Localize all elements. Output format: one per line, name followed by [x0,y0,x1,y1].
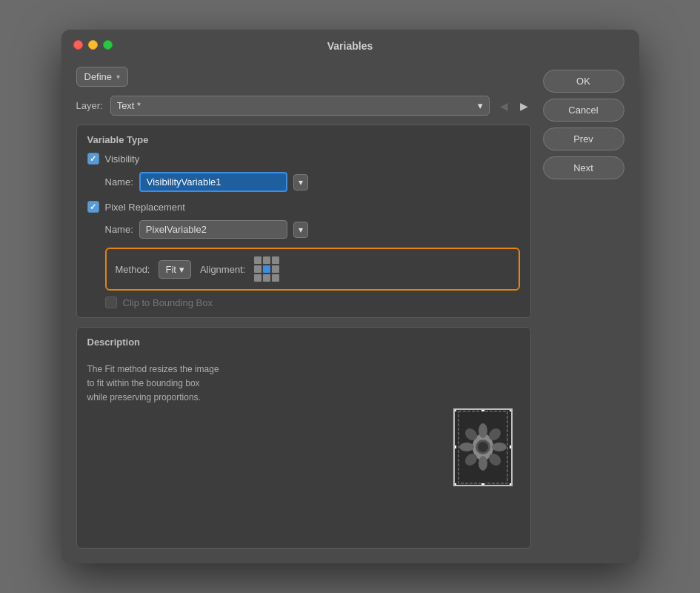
prev-button[interactable]: Prev [543,127,624,150]
visibility-name-input[interactable] [139,172,287,192]
pixel-name-dropdown[interactable]: ▾ [293,222,308,238]
handle-br [509,483,513,486]
visibility-name-row: Name: ▾ [105,172,520,192]
visibility-name-label: Name: [105,176,133,188]
handle-lm [453,445,457,449]
variables-dialog: Variables Define ▾ Layer: Text * ▾ ◀ [61,30,639,563]
ok-button[interactable]: OK [543,70,624,93]
define-dropdown[interactable]: Define ▾ [76,67,129,87]
handle-tl [453,408,457,412]
close-button[interactable] [73,40,83,50]
define-label: Define [84,71,113,82]
svg-point-4 [459,443,474,451]
handle-tr [509,408,513,412]
pixel-replacement-name-row: Name: ▾ [105,220,520,239]
clip-checkbox[interactable] [105,296,117,308]
layer-select-dropdown[interactable]: Text * ▾ [110,96,490,116]
layer-next-icon[interactable]: ▶ [517,99,531,113]
description-text: The Fit method resizes the imageto fit w… [87,362,441,539]
align-mm[interactable] [263,265,270,273]
dialog-title: Variables [327,40,373,52]
align-tr[interactable] [272,256,279,264]
handle-bm [481,483,485,486]
alignment-grid[interactable] [254,256,279,282]
visibility-label: Visibility [105,153,140,165]
dropdown-arrow-icon: ▾ [116,73,120,81]
description-title: Description [87,337,520,348]
clip-label: Clip to Bounding Box [123,297,213,308]
pixel-replacement-checkbox-row: Pixel Replacement [87,201,520,213]
minimize-button[interactable] [88,40,98,50]
handle-tm [481,408,485,412]
pixel-replacement-checkbox[interactable] [87,201,99,213]
method-alignment-box: Method: Fit ▾ Alignment: [105,248,520,291]
align-bm[interactable] [263,274,270,282]
layer-label: Layer: [76,100,103,111]
variable-type-title: Variable Type [87,134,520,145]
sidebar: OK Cancel Prev Next [543,67,624,549]
align-tl[interactable] [254,256,261,264]
description-content: The Fit method resizes the imageto fit w… [87,362,520,539]
traffic-lights [73,40,113,50]
method-value: Fit [165,264,176,275]
method-label: Method: [116,264,150,275]
mode-row: Define ▾ [76,67,531,87]
layer-row: Layer: Text * ▾ ◀ ▶ [76,96,531,116]
layer-nav: ◀ ▶ [497,99,531,113]
clip-row: Clip to Bounding Box [105,296,520,308]
preview-frame [453,408,513,486]
next-button[interactable]: Next [543,156,624,179]
image-preview [453,408,520,494]
preview-image [455,410,511,485]
variable-type-section: Variable Type Visibility Name: ▾ Pixel R… [76,125,531,318]
layer-value: Text * [117,100,141,111]
pixel-replacement-name-input[interactable] [139,220,287,239]
svg-point-11 [478,442,488,452]
layer-select-arrow-icon: ▾ [478,100,483,111]
handle-rm [509,445,513,449]
handle-bl [453,483,457,486]
layer-prev-icon[interactable]: ◀ [497,99,511,113]
svg-point-2 [479,423,487,438]
pixel-replacement-name-label: Name: [105,224,133,235]
alignment-label: Alignment: [200,264,245,275]
method-arrow-icon: ▾ [179,264,184,275]
align-tm[interactable] [263,256,270,264]
align-bl[interactable] [254,274,261,282]
pixel-replacement-label: Pixel Replacement [105,202,185,213]
visibility-checkbox-row: Visibility [87,153,520,165]
visibility-checkbox[interactable] [87,153,99,165]
method-dropdown[interactable]: Fit ▾ [159,260,190,279]
align-br[interactable] [272,274,279,282]
align-mr[interactable] [272,265,279,273]
description-section: Description The Fit method resizes the i… [76,327,531,549]
dialog-body: Define ▾ Layer: Text * ▾ ◀ ▶ Variable Ty… [61,59,639,563]
title-bar: Variables [61,30,639,59]
svg-point-3 [479,456,487,471]
visibility-name-dropdown[interactable]: ▾ [293,174,308,191]
maximize-button[interactable] [103,40,113,50]
main-content: Define ▾ Layer: Text * ▾ ◀ ▶ Variable Ty… [76,67,531,549]
align-ml[interactable] [254,265,261,273]
cancel-button[interactable]: Cancel [543,99,624,122]
svg-point-5 [492,443,507,451]
